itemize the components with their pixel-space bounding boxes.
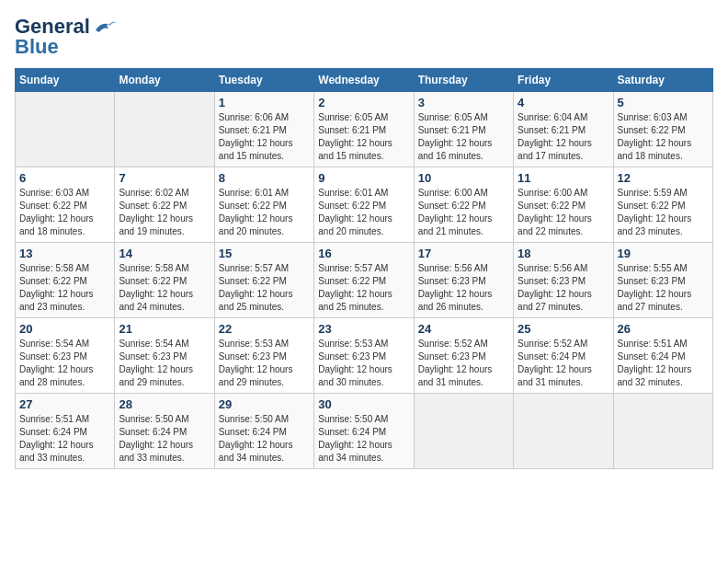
calendar-header-row: SundayMondayTuesdayWednesdayThursdayFrid… bbox=[16, 69, 713, 92]
day-info: Sunrise: 6:03 AM Sunset: 6:22 PM Dayligh… bbox=[19, 187, 110, 238]
day-info: Sunrise: 5:56 AM Sunset: 6:23 PM Dayligh… bbox=[418, 262, 509, 314]
day-number: 2 bbox=[318, 96, 409, 109]
calendar-cell: 16Sunrise: 5:57 AM Sunset: 6:22 PM Dayli… bbox=[314, 243, 414, 318]
day-number: 4 bbox=[518, 96, 609, 109]
day-number: 25 bbox=[518, 322, 609, 336]
day-number: 13 bbox=[19, 247, 110, 260]
calendar-cell: 12Sunrise: 5:59 AM Sunset: 6:22 PM Dayli… bbox=[613, 167, 712, 243]
calendar-cell: 9Sunrise: 6:01 AM Sunset: 6:22 PM Daylig… bbox=[314, 167, 414, 243]
weekday-header: Friday bbox=[514, 69, 613, 92]
calendar-cell bbox=[514, 394, 613, 469]
day-info: Sunrise: 5:54 AM Sunset: 6:23 PM Dayligh… bbox=[19, 338, 110, 389]
calendar-cell: 30Sunrise: 5:50 AM Sunset: 6:24 PM Dayli… bbox=[314, 394, 414, 469]
calendar-week-row: 27Sunrise: 5:51 AM Sunset: 6:24 PM Dayli… bbox=[16, 394, 713, 469]
calendar-cell: 7Sunrise: 6:02 AM Sunset: 6:22 PM Daylig… bbox=[115, 167, 214, 243]
calendar-table: SundayMondayTuesdayWednesdayThursdayFrid… bbox=[15, 68, 713, 469]
day-number: 21 bbox=[119, 322, 210, 336]
day-number: 19 bbox=[618, 247, 709, 260]
logo-blue: Blue bbox=[15, 35, 59, 59]
day-number: 23 bbox=[318, 322, 409, 336]
calendar-cell: 22Sunrise: 5:53 AM Sunset: 6:23 PM Dayli… bbox=[214, 318, 313, 394]
day-info: Sunrise: 5:50 AM Sunset: 6:24 PM Dayligh… bbox=[318, 413, 409, 465]
day-info: Sunrise: 5:52 AM Sunset: 6:24 PM Dayligh… bbox=[518, 338, 609, 389]
day-number: 28 bbox=[119, 397, 210, 411]
calendar-cell: 28Sunrise: 5:50 AM Sunset: 6:24 PM Dayli… bbox=[115, 394, 214, 469]
calendar-cell: 25Sunrise: 5:52 AM Sunset: 6:24 PM Dayli… bbox=[514, 318, 613, 394]
day-number: 18 bbox=[518, 247, 609, 260]
day-number: 10 bbox=[418, 171, 509, 185]
day-info: Sunrise: 5:56 AM Sunset: 6:23 PM Dayligh… bbox=[518, 262, 609, 314]
day-number: 7 bbox=[119, 171, 210, 185]
day-info: Sunrise: 6:01 AM Sunset: 6:22 PM Dayligh… bbox=[318, 187, 409, 238]
day-info: Sunrise: 5:59 AM Sunset: 6:22 PM Dayligh… bbox=[618, 187, 709, 238]
day-number: 29 bbox=[219, 397, 310, 411]
calendar-cell bbox=[115, 92, 214, 167]
weekday-header: Sunday bbox=[16, 69, 115, 92]
calendar-week-row: 1Sunrise: 6:06 AM Sunset: 6:21 PM Daylig… bbox=[16, 92, 713, 167]
weekday-header: Tuesday bbox=[214, 69, 313, 92]
calendar-cell: 11Sunrise: 6:00 AM Sunset: 6:22 PM Dayli… bbox=[514, 167, 613, 243]
day-number: 26 bbox=[618, 322, 709, 336]
day-info: Sunrise: 6:05 AM Sunset: 6:21 PM Dayligh… bbox=[318, 111, 409, 163]
day-number: 5 bbox=[618, 96, 709, 109]
calendar-cell: 19Sunrise: 5:55 AM Sunset: 6:23 PM Dayli… bbox=[613, 243, 712, 318]
day-info: Sunrise: 6:01 AM Sunset: 6:22 PM Dayligh… bbox=[219, 187, 310, 238]
day-info: Sunrise: 6:02 AM Sunset: 6:22 PM Dayligh… bbox=[119, 187, 210, 238]
day-info: Sunrise: 5:57 AM Sunset: 6:22 PM Dayligh… bbox=[219, 262, 310, 314]
day-number: 15 bbox=[219, 247, 310, 260]
day-info: Sunrise: 5:53 AM Sunset: 6:23 PM Dayligh… bbox=[219, 338, 310, 389]
day-info: Sunrise: 5:58 AM Sunset: 6:22 PM Dayligh… bbox=[19, 262, 110, 314]
day-info: Sunrise: 5:52 AM Sunset: 6:23 PM Dayligh… bbox=[418, 338, 509, 389]
day-info: Sunrise: 6:04 AM Sunset: 6:21 PM Dayligh… bbox=[518, 111, 609, 163]
weekday-header: Monday bbox=[115, 69, 214, 92]
day-info: Sunrise: 5:55 AM Sunset: 6:23 PM Dayligh… bbox=[618, 262, 709, 314]
page-header: General Blue bbox=[15, 15, 713, 59]
calendar-week-row: 6Sunrise: 6:03 AM Sunset: 6:22 PM Daylig… bbox=[16, 167, 713, 243]
calendar-cell: 2Sunrise: 6:05 AM Sunset: 6:21 PM Daylig… bbox=[314, 92, 414, 167]
calendar-cell: 24Sunrise: 5:52 AM Sunset: 6:23 PM Dayli… bbox=[414, 318, 513, 394]
day-number: 6 bbox=[19, 171, 110, 185]
weekday-header: Thursday bbox=[414, 69, 513, 92]
logo-bird-icon bbox=[92, 17, 118, 36]
day-info: Sunrise: 5:53 AM Sunset: 6:23 PM Dayligh… bbox=[318, 338, 409, 389]
day-number: 1 bbox=[219, 96, 310, 109]
day-number: 9 bbox=[318, 171, 409, 185]
day-number: 8 bbox=[219, 171, 310, 185]
calendar-cell: 1Sunrise: 6:06 AM Sunset: 6:21 PM Daylig… bbox=[214, 92, 313, 167]
calendar-cell: 15Sunrise: 5:57 AM Sunset: 6:22 PM Dayli… bbox=[214, 243, 313, 318]
day-number: 16 bbox=[318, 247, 409, 260]
calendar-cell: 20Sunrise: 5:54 AM Sunset: 6:23 PM Dayli… bbox=[16, 318, 115, 394]
calendar-cell: 3Sunrise: 6:05 AM Sunset: 6:21 PM Daylig… bbox=[414, 92, 513, 167]
calendar-cell: 13Sunrise: 5:58 AM Sunset: 6:22 PM Dayli… bbox=[16, 243, 115, 318]
logo: General Blue bbox=[15, 15, 118, 59]
calendar-cell: 29Sunrise: 5:50 AM Sunset: 6:24 PM Dayli… bbox=[214, 394, 313, 469]
day-number: 17 bbox=[418, 247, 509, 260]
day-info: Sunrise: 6:05 AM Sunset: 6:21 PM Dayligh… bbox=[418, 111, 509, 163]
calendar-cell bbox=[16, 92, 115, 167]
day-info: Sunrise: 6:00 AM Sunset: 6:22 PM Dayligh… bbox=[418, 187, 509, 238]
day-info: Sunrise: 6:03 AM Sunset: 6:22 PM Dayligh… bbox=[618, 111, 709, 163]
day-info: Sunrise: 5:58 AM Sunset: 6:22 PM Dayligh… bbox=[119, 262, 210, 314]
day-number: 11 bbox=[518, 171, 609, 185]
calendar-cell: 27Sunrise: 5:51 AM Sunset: 6:24 PM Dayli… bbox=[16, 394, 115, 469]
calendar-cell: 6Sunrise: 6:03 AM Sunset: 6:22 PM Daylig… bbox=[16, 167, 115, 243]
calendar-cell: 8Sunrise: 6:01 AM Sunset: 6:22 PM Daylig… bbox=[214, 167, 313, 243]
calendar-cell: 4Sunrise: 6:04 AM Sunset: 6:21 PM Daylig… bbox=[514, 92, 613, 167]
calendar-cell: 18Sunrise: 5:56 AM Sunset: 6:23 PM Dayli… bbox=[514, 243, 613, 318]
day-number: 3 bbox=[418, 96, 509, 109]
calendar-week-row: 13Sunrise: 5:58 AM Sunset: 6:22 PM Dayli… bbox=[16, 243, 713, 318]
day-info: Sunrise: 5:50 AM Sunset: 6:24 PM Dayligh… bbox=[119, 413, 210, 465]
weekday-header: Wednesday bbox=[314, 69, 414, 92]
day-info: Sunrise: 6:00 AM Sunset: 6:22 PM Dayligh… bbox=[518, 187, 609, 238]
calendar-cell: 21Sunrise: 5:54 AM Sunset: 6:23 PM Dayli… bbox=[115, 318, 214, 394]
day-number: 30 bbox=[318, 397, 409, 411]
day-number: 12 bbox=[618, 171, 709, 185]
calendar-cell: 10Sunrise: 6:00 AM Sunset: 6:22 PM Dayli… bbox=[414, 167, 513, 243]
day-info: Sunrise: 5:57 AM Sunset: 6:22 PM Dayligh… bbox=[318, 262, 409, 314]
day-info: Sunrise: 5:50 AM Sunset: 6:24 PM Dayligh… bbox=[219, 413, 310, 465]
day-info: Sunrise: 5:51 AM Sunset: 6:24 PM Dayligh… bbox=[19, 413, 110, 465]
day-info: Sunrise: 6:06 AM Sunset: 6:21 PM Dayligh… bbox=[219, 111, 310, 163]
calendar-cell bbox=[613, 394, 712, 469]
day-number: 20 bbox=[19, 322, 110, 336]
day-number: 14 bbox=[119, 247, 210, 260]
